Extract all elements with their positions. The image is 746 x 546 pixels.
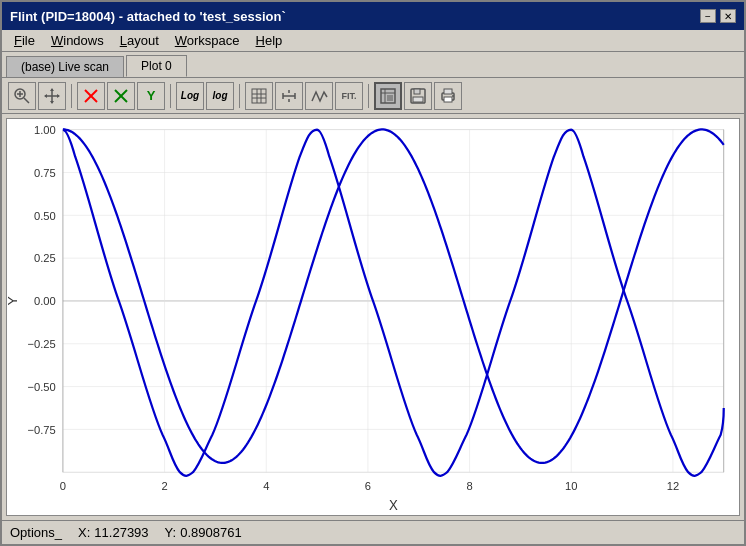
main-window: Flint (PID=18004) - attached to 'test_se… xyxy=(0,0,746,546)
stats-button[interactable] xyxy=(275,82,303,110)
sep4 xyxy=(368,84,369,108)
svg-rect-32 xyxy=(444,89,452,94)
svg-marker-7 xyxy=(50,101,54,104)
x-status: X: 11.27393 xyxy=(78,525,149,540)
y-label: Y: xyxy=(165,525,177,540)
menu-windows[interactable]: Windows xyxy=(43,31,112,50)
grid-button[interactable] xyxy=(245,82,273,110)
reset-button[interactable] xyxy=(107,82,135,110)
menu-layout[interactable]: Layout xyxy=(112,31,167,50)
sep2 xyxy=(170,84,171,108)
x-label: X: xyxy=(78,525,90,540)
menu-workspace[interactable]: Workspace xyxy=(167,31,248,50)
svg-rect-14 xyxy=(252,89,266,103)
x-value: 11.27393 xyxy=(94,525,148,540)
menu-help[interactable]: Help xyxy=(248,31,291,50)
title-bar-controls: − ✕ xyxy=(700,9,736,23)
minimize-button[interactable]: − xyxy=(700,9,716,23)
save-button[interactable] xyxy=(404,82,432,110)
tab-live-scan[interactable]: (base) Live scan xyxy=(6,56,124,77)
toolbar: Y Log log xyxy=(2,78,744,114)
fit-button[interactable]: FIT. xyxy=(335,82,363,110)
close-button[interactable]: ✕ xyxy=(720,9,736,23)
svg-marker-9 xyxy=(57,94,60,98)
reset-y-button[interactable]: Y xyxy=(137,82,165,110)
tab-plot0[interactable]: Plot 0 xyxy=(126,55,187,77)
y-status: Y: 0.8908761 xyxy=(165,525,242,540)
options-label: Options_ xyxy=(10,525,62,540)
pan-button[interactable] xyxy=(38,82,66,110)
peaks-button[interactable] xyxy=(305,82,333,110)
reset-x-button[interactable] xyxy=(77,82,105,110)
svg-rect-33 xyxy=(444,97,452,102)
zoom-button[interactable] xyxy=(8,82,36,110)
sep3 xyxy=(239,84,240,108)
plot-area[interactable]: 1.00 0.75 0.50 0.25 0.00 −0.25 −0.50 −0.… xyxy=(6,118,740,516)
svg-marker-6 xyxy=(50,88,54,91)
menubar: File Windows Layout Workspace Help xyxy=(2,30,744,52)
y-value: 0.8908761 xyxy=(180,525,241,540)
tabs-bar: (base) Live scan Plot 0 xyxy=(2,52,744,78)
sine-overlay: (function() { var pts = []; var xMin = 0… xyxy=(7,119,739,515)
log-x-button[interactable]: Log xyxy=(176,82,204,110)
svg-point-34 xyxy=(452,95,454,97)
svg-rect-29 xyxy=(414,89,420,94)
svg-rect-30 xyxy=(413,97,423,102)
svg-rect-27 xyxy=(387,95,393,101)
status-bar: Options_ X: 11.27393 Y: 0.8908761 xyxy=(2,520,744,544)
svg-marker-8 xyxy=(44,94,47,98)
log-y-button[interactable]: log xyxy=(206,82,234,110)
window-title: Flint (PID=18004) - attached to 'test_se… xyxy=(10,9,286,24)
options-button[interactable] xyxy=(374,82,402,110)
print-button[interactable] xyxy=(434,82,462,110)
sep1 xyxy=(71,84,72,108)
svg-line-1 xyxy=(24,98,29,103)
menu-file[interactable]: File xyxy=(6,31,43,50)
title-bar: Flint (PID=18004) - attached to 'test_se… xyxy=(2,2,744,30)
